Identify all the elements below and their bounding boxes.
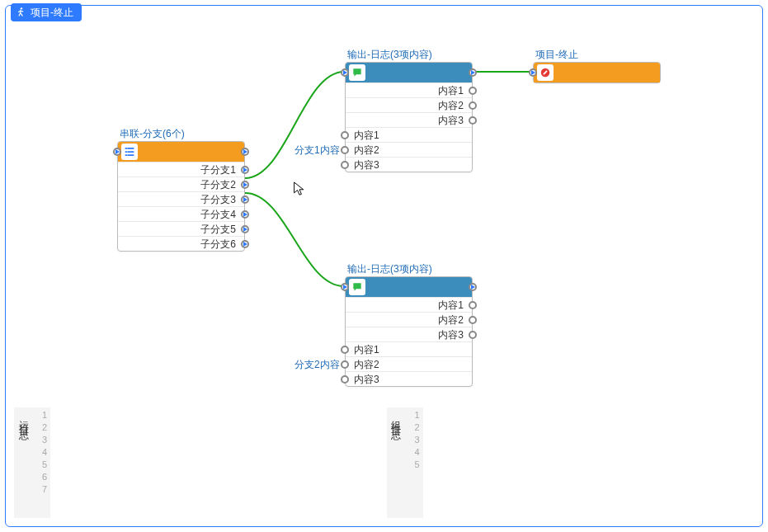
workflow-frame: 项目-终止 串联-分支(6个) 子分支1 子分支2 子分支3 子分支4	[5, 5, 763, 527]
content-port[interactable]	[341, 161, 349, 169]
list-icon	[121, 144, 138, 160]
svg-point-0	[21, 7, 22, 9]
content-row: 内容3	[346, 112, 472, 127]
content-row: 内容1	[346, 341, 472, 356]
node-project-terminate[interactable]: 项目-终止	[533, 62, 661, 83]
content-port[interactable]	[341, 375, 349, 384]
component-log-label: 组件日志	[387, 407, 405, 518]
content-row: 内容2	[346, 97, 472, 112]
node-log-output-1[interactable]: 输出-日志(3项内容) 内容1 内容2 内容3 内容1 内容2 内容3 分支1内…	[345, 62, 473, 172]
input-port[interactable]	[341, 283, 349, 291]
node-title: 输出-日志(3项内容)	[346, 48, 432, 62]
node-serial-branch[interactable]: 串联-分支(6个) 子分支1 子分支2 子分支3 子分支4 子分支5 子分支6	[117, 141, 245, 252]
branch-row[interactable]: 子分支6	[118, 236, 244, 251]
node-title: 输出-日志(3项内容)	[346, 262, 432, 276]
chat-icon	[349, 279, 365, 295]
branch-port[interactable]	[241, 181, 249, 189]
node-title: 项目-终止	[534, 48, 578, 62]
branch-row[interactable]: 子分支3	[118, 191, 244, 206]
content-row: 内容3	[346, 371, 472, 386]
content-row: 内容1	[346, 127, 472, 142]
section-label: 分支1内容	[294, 144, 340, 158]
log-body[interactable]	[50, 407, 382, 518]
content-port[interactable]	[469, 87, 477, 95]
stop-icon	[537, 64, 554, 81]
output-port[interactable]	[469, 283, 477, 291]
component-log-panel[interactable]: 组件日志 12345	[387, 407, 755, 518]
section-label: 分支2内容	[294, 358, 340, 372]
output-port[interactable]	[469, 68, 477, 77]
input-port[interactable]	[113, 148, 121, 156]
branch-row[interactable]: 子分支1	[118, 162, 244, 177]
log-body[interactable]	[423, 407, 755, 518]
walk-icon	[16, 7, 27, 18]
node-header[interactable]	[346, 63, 472, 82]
node-header[interactable]	[346, 277, 472, 297]
content-port[interactable]	[341, 346, 349, 354]
frame-title: 项目-终止	[31, 3, 73, 21]
branch-row[interactable]: 子分支2	[118, 177, 244, 191]
branch-row[interactable]: 子分支4	[118, 206, 244, 221]
diagram-canvas[interactable]: 串联-分支(6个) 子分支1 子分支2 子分支3 子分支4 子分支5 子分支6 …	[6, 22, 762, 402]
line-gutter: 1234567	[32, 407, 50, 518]
content-row: 内容1	[346, 82, 472, 97]
content-port[interactable]	[469, 301, 477, 309]
line-gutter: 12345	[405, 407, 423, 518]
output-port[interactable]	[241, 148, 249, 156]
content-row: 内容3	[346, 327, 472, 341]
node-log-output-2[interactable]: 输出-日志(3项内容) 内容1 内容2 内容3 内容1 内容2 内容3 分支2内…	[345, 276, 473, 387]
branch-row[interactable]: 子分支5	[118, 221, 244, 236]
run-log-panel[interactable]: 运行日志 1234567	[14, 407, 382, 518]
content-row: 内容2	[346, 356, 472, 371]
branch-port[interactable]	[241, 210, 249, 219]
branch-port[interactable]	[241, 166, 249, 174]
input-port[interactable]	[341, 68, 349, 77]
chat-icon	[349, 64, 365, 81]
input-port[interactable]	[529, 68, 537, 77]
log-panels: 运行日志 1234567 组件日志 12345	[14, 407, 754, 518]
content-port[interactable]	[469, 331, 477, 339]
content-port[interactable]	[469, 101, 477, 110]
content-port[interactable]	[341, 360, 349, 369]
content-row: 内容1	[346, 297, 472, 312]
branch-port[interactable]	[241, 195, 249, 204]
branch-port[interactable]	[241, 240, 249, 248]
node-header[interactable]	[534, 63, 660, 82]
content-port[interactable]	[469, 316, 477, 324]
content-port[interactable]	[341, 146, 349, 154]
content-port[interactable]	[469, 116, 477, 125]
frame-title-tab: 项目-终止	[11, 3, 82, 21]
content-row: 内容2	[346, 312, 472, 327]
mouse-cursor-icon	[293, 181, 306, 197]
branch-port[interactable]	[241, 225, 249, 233]
node-header[interactable]	[118, 142, 244, 162]
content-port[interactable]	[341, 131, 349, 139]
node-title: 串联-分支(6个)	[118, 127, 185, 141]
run-log-label: 运行日志	[14, 407, 32, 518]
content-row: 内容3	[346, 157, 472, 172]
content-row: 内容2	[346, 142, 472, 157]
